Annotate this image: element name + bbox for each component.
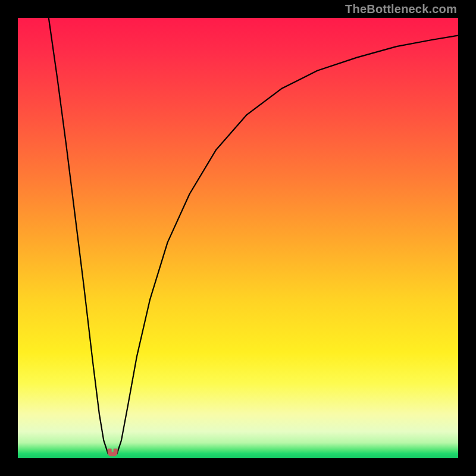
plot-area — [18, 18, 458, 458]
watermark-label: TheBottleneck.com — [345, 2, 457, 16]
minimum-marker-icon — [108, 449, 117, 456]
curve-right-branch — [117, 36, 459, 454]
curve-layer — [18, 18, 458, 458]
chart-frame: TheBottleneck.com — [0, 0, 476, 476]
curve-left-branch — [49, 18, 108, 454]
